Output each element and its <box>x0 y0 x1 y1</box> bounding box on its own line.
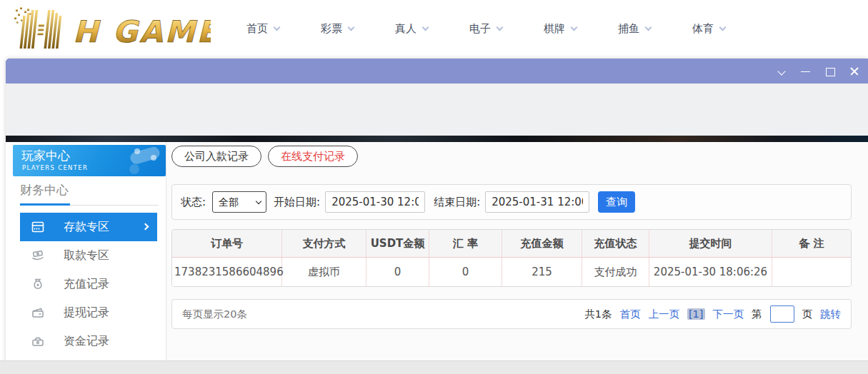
nav-item-live[interactable]: 真人 <box>384 22 459 36</box>
page-jump-input[interactable] <box>770 305 794 323</box>
logo-mark: H GAME <box>7 4 211 51</box>
window: 玩家中心 PLAYERS CENTER 财务中心 <box>6 59 868 374</box>
nav-item-slots[interactable]: 电子 <box>459 22 533 36</box>
sidebar-item-deposit-zone[interactable]: 存款专区 <box>20 213 157 241</box>
record-tabs: 公司入款记录 在线支付记录 <box>171 146 358 167</box>
window-controls <box>777 59 859 84</box>
cell-submit-time: 2025-01-30 18:06:26 <box>649 258 772 286</box>
chevron-right-icon <box>142 223 149 231</box>
end-date-input[interactable] <box>485 191 589 213</box>
tab-label: 公司入款记录 <box>184 150 249 163</box>
sidebar-item-label: 存款专区 <box>64 220 109 235</box>
prev-page-link[interactable]: 上一页 <box>648 308 679 321</box>
header-pay-method: 支付方式 <box>282 230 366 257</box>
sidebar-item-fund-records[interactable]: 资金记录 <box>20 327 157 355</box>
sidebar-item-withdraw-zone[interactable]: 取款专区 <box>20 241 157 270</box>
sidebar-subtitle: PLAYERS CENTER <box>22 164 88 171</box>
header-usdt-amount: USDT金额 <box>366 230 429 257</box>
chevron-down-icon <box>348 24 355 31</box>
finance-section-title: 财务中心 <box>20 182 69 198</box>
total-count: 共1条 <box>584 308 612 321</box>
promo-banner <box>6 136 868 142</box>
page-label-suffix: 页 <box>802 308 813 321</box>
logo-stripes-icon <box>19 10 62 49</box>
maximize-button[interactable] <box>825 66 835 76</box>
bottom-strip <box>0 360 868 374</box>
cell-order-no: 1738231586604896 <box>172 258 282 286</box>
start-date-label: 开始日期: <box>274 196 320 209</box>
status-select[interactable]: 全部 <box>212 191 266 213</box>
logo-text: H GAME <box>73 14 211 49</box>
chevron-down-icon <box>719 24 727 31</box>
sidebar-item-recharge-records[interactable]: 充值记录 <box>20 270 157 298</box>
sidebar: 玩家中心 PLAYERS CENTER 财务中心 <box>6 142 166 360</box>
titlebar-chevron-down-icon[interactable] <box>777 66 787 76</box>
cell-pay-method: 虚拟币 <box>282 258 366 286</box>
next-page-link[interactable]: 下一页 <box>713 308 744 321</box>
tab-label: 在线支付记录 <box>281 150 345 163</box>
cell-amount: 215 <box>502 258 582 286</box>
sidebar-header: 玩家中心 PLAYERS CENTER <box>13 145 166 176</box>
top-header: H GAME 首页 彩票 真人 电子 棋牌 <box>0 0 868 57</box>
header-rate: 汇 率 <box>429 230 502 257</box>
pagination-panel: 每页显示20条 共1条 首页 上一页 [1] 下一页 第 页 跳转 <box>171 299 852 329</box>
deposit-terminal-icon <box>31 220 45 234</box>
nav-item-lottery[interactable]: 彩票 <box>310 22 384 36</box>
nav-item-sports[interactable]: 体育 <box>682 22 756 36</box>
content-area: 公司入款记录 在线支付记录 状态: 全部 开始日期: <box>167 142 868 360</box>
page: H GAME 首页 彩票 真人 电子 棋牌 <box>0 0 868 374</box>
sidebar-item-label: 提现记录 <box>64 305 109 320</box>
start-date-input[interactable] <box>325 191 425 213</box>
wallet-note-icon <box>31 305 45 320</box>
nav-item-label: 彩票 <box>321 22 342 36</box>
table-row: 1738231586604896 虚拟币 0 0 215 支付成功 2025-0… <box>172 258 851 286</box>
minimize-button[interactable] <box>801 66 811 76</box>
tab-company-deposit-records[interactable]: 公司入款记录 <box>171 146 261 167</box>
pager: 共1条 首页 上一页 [1] 下一页 第 页 跳转 <box>584 305 841 323</box>
jump-link[interactable]: 跳转 <box>820 308 841 321</box>
nav-item-home[interactable]: 首页 <box>236 22 310 36</box>
cell-rate: 0 <box>429 258 502 286</box>
hand-money-icon <box>31 248 45 263</box>
chevron-down-icon <box>274 24 281 31</box>
logo[interactable]: H GAME <box>7 4 211 54</box>
cell-status: 支付成功 <box>582 258 649 286</box>
money-bag-icon <box>31 277 45 291</box>
tab-online-payment-records[interactable]: 在线支付记录 <box>268 146 358 167</box>
nav-item-label: 捕鱼 <box>618 22 639 36</box>
nav-item-label: 体育 <box>692 22 714 36</box>
cell-remark <box>772 258 851 286</box>
search-button[interactable]: 查询 <box>598 191 635 213</box>
filter-panel: 状态: 全部 开始日期: 结束日期: 查询 <box>171 184 852 220</box>
section-divider <box>20 205 159 206</box>
end-date-label: 结束日期: <box>434 196 480 209</box>
records-table: 订单号 支付方式 USDT金额 汇 率 充值金额 充值状态 提交时间 备 注 1… <box>171 229 852 287</box>
main-area: 玩家中心 PLAYERS CENTER 财务中心 <box>6 142 868 360</box>
page-label-prefix: 第 <box>752 308 762 321</box>
chevron-down-icon <box>571 24 578 31</box>
sidebar-item-withdrawal-records[interactable]: 提现记录 <box>20 298 157 327</box>
first-page-link[interactable]: 首页 <box>619 308 640 321</box>
table-header-row: 订单号 支付方式 USDT金额 汇 率 充值金额 充值状态 提交时间 备 注 <box>172 230 851 258</box>
sidebar-item-label: 资金记录 <box>64 334 109 349</box>
current-page[interactable]: [1] <box>687 308 705 320</box>
window-titlebar <box>6 59 868 84</box>
purse-icon <box>31 334 45 348</box>
header-submit-time: 提交时间 <box>649 230 772 257</box>
close-button[interactable] <box>849 66 859 76</box>
nav-item-board-games[interactable]: 棋牌 <box>533 22 607 36</box>
nav-item-fishing[interactable]: 捕鱼 <box>607 22 682 36</box>
nav-item-label: 真人 <box>395 22 416 36</box>
header-status: 充值状态 <box>582 230 649 257</box>
per-page-text: 每页显示20条 <box>182 308 247 321</box>
window-body <box>6 84 868 136</box>
nav-item-label: 首页 <box>246 22 268 36</box>
sidebar-title: 玩家中心 <box>21 148 70 164</box>
cell-usdt-amount: 0 <box>366 258 429 286</box>
sidebar-item-label: 充值记录 <box>64 277 109 292</box>
header-amount: 充值金额 <box>502 230 582 257</box>
header-remark: 备 注 <box>772 230 851 257</box>
status-select-wrap: 全部 <box>212 191 266 213</box>
gamepad-icon <box>119 146 164 176</box>
nav-item-label: 棋牌 <box>544 22 565 36</box>
